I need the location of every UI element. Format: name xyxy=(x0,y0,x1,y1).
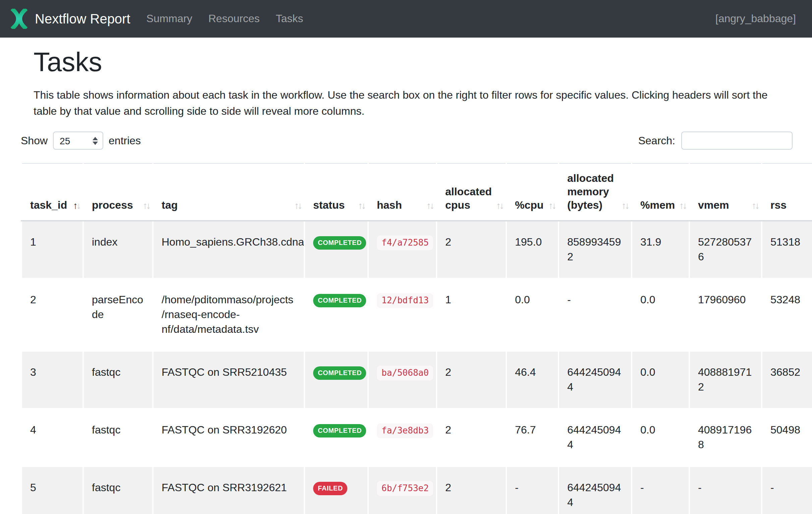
column-header-pct_cpu[interactable]: %cpu↑↓ xyxy=(506,163,558,221)
cell-pct_mem: 31.9 xyxy=(632,221,689,278)
entries-label: entries xyxy=(109,135,141,146)
column-header-tag[interactable]: tag↑↓ xyxy=(153,163,304,221)
column-label: task_id xyxy=(30,199,67,211)
cell-pct_cpu: - xyxy=(506,466,558,514)
column-label: allocated cpus xyxy=(445,186,492,211)
cell-rss: 51318 xyxy=(762,221,812,278)
cell-tag: FASTQC on SRR3192621 xyxy=(153,466,304,514)
column-label: allocated memory (bytes) xyxy=(567,172,614,211)
show-label: Show xyxy=(21,135,48,146)
column-header-allocated_cpus[interactable]: allocated cpus↑↓ xyxy=(436,163,506,221)
column-label: rss xyxy=(771,199,786,211)
cell-pct_cpu: 0.0 xyxy=(506,278,558,351)
cell-allocated_cpus: 1 xyxy=(436,278,506,351)
column-header-vmem[interactable]: vmem↑↓ xyxy=(689,163,762,221)
cell-allocated_memory_bytes: 8589934592 xyxy=(558,221,632,278)
search-label: Search: xyxy=(638,135,675,146)
cell-process: index xyxy=(83,221,153,278)
entries-length-control: Show 25 entries xyxy=(21,132,141,150)
cell-task_id: 3 xyxy=(22,351,83,409)
cell-rss: 36852 xyxy=(762,351,812,409)
nav-link-summary[interactable]: Summary xyxy=(139,13,201,25)
status-badge: COMPLETED xyxy=(313,294,367,307)
nextflow-report-page: Nextflow Report Summary Resources Tasks … xyxy=(0,0,812,514)
sort-icon: ↑↓ xyxy=(549,199,555,212)
cell-status: FAILED xyxy=(304,466,368,514)
table-row: 5fastqcFASTQC on SRR3192621FAILED6b/f753… xyxy=(22,466,812,514)
table-row: 1indexHomo_sapiens.GRCh38.cdna.all.fa.gz… xyxy=(22,221,812,278)
cell-hash: ba/5068a0 xyxy=(368,351,436,409)
cell-status: COMPLETED xyxy=(304,409,368,466)
column-header-process[interactable]: process↑↓ xyxy=(83,163,153,221)
status-badge: COMPLETED xyxy=(313,424,367,437)
cell-allocated_memory_bytes: 6442450944 xyxy=(558,409,632,466)
sort-icon: ↑↓ xyxy=(679,199,686,212)
column-header-pct_mem[interactable]: %mem↑↓ xyxy=(632,163,689,221)
column-header-status[interactable]: status↑↓ xyxy=(304,163,368,221)
cell-vmem: 17960960 xyxy=(689,278,762,351)
status-badge: COMPLETED xyxy=(313,236,367,250)
cell-process: fastqc xyxy=(83,351,153,409)
sort-icon: ↑↓ xyxy=(143,199,149,212)
cell-status: COMPLETED xyxy=(304,278,368,351)
cell-allocated_memory_bytes: 6442450944 xyxy=(558,466,632,514)
sort-icon: ↑↓ xyxy=(427,199,433,212)
column-label: vmem xyxy=(698,199,729,211)
cell-allocated_memory_bytes: - xyxy=(558,278,632,351)
cell-tag: FASTQC on SRR3192620 xyxy=(153,409,304,466)
cell-allocated_cpus: 2 xyxy=(436,466,506,514)
sort-icon: ↑↓ xyxy=(294,199,301,212)
cell-tag: FASTQC on SRR5210435 xyxy=(153,351,304,409)
cell-allocated_cpus: 2 xyxy=(436,221,506,278)
nav-links: Summary Resources Tasks xyxy=(139,13,312,25)
cell-pct_cpu: 76.7 xyxy=(506,409,558,466)
table-row: 4fastqcFASTQC on SRR3192620COMPLETEDfa/3… xyxy=(22,409,812,466)
cell-process: fastqc xyxy=(83,466,153,514)
task-hash: 12/bdfd13 xyxy=(377,293,434,308)
cell-rss: 53248 xyxy=(762,278,812,351)
entries-select-value: 25 xyxy=(54,135,70,146)
nav-link-resources[interactable]: Resources xyxy=(200,13,267,25)
column-header-rss[interactable]: rss↑↓ xyxy=(762,163,812,221)
nav-link-tasks[interactable]: Tasks xyxy=(267,13,311,25)
navbar-brand[interactable]: Nextflow Report xyxy=(10,9,130,29)
column-label: hash xyxy=(377,199,402,211)
tasks-table-wrapper[interactable]: task_id↑↓process↑↓tag↑↓status↑↓hash↑↓all… xyxy=(21,163,812,514)
cell-task_id: 2 xyxy=(22,278,83,351)
table-row: 3fastqcFASTQC on SRR5210435COMPLETEDba/5… xyxy=(22,351,812,409)
cell-status: COMPLETED xyxy=(304,221,368,278)
column-header-hash[interactable]: hash↑↓ xyxy=(368,163,436,221)
cell-hash: 12/bdfd13 xyxy=(368,278,436,351)
column-header-task_id[interactable]: task_id↑↓ xyxy=(22,163,83,221)
brand-title: Nextflow Report xyxy=(35,11,130,27)
table-row: 2parseEncode/home/pditommaso/projects/rn… xyxy=(22,278,812,351)
column-label: %mem xyxy=(640,199,675,211)
page-description: This table shows information about each … xyxy=(33,87,786,119)
search-input[interactable] xyxy=(681,132,792,150)
column-header-allocated_memory_bytes[interactable]: allocated memory (bytes)↑↓ xyxy=(558,163,632,221)
sort-icon: ↑↓ xyxy=(496,199,503,212)
tasks-table: task_id↑↓process↑↓tag↑↓status↑↓hash↑↓all… xyxy=(21,163,812,514)
cell-vmem: 4089171968 xyxy=(689,409,762,466)
task-hash: ba/5068a0 xyxy=(377,366,434,380)
status-badge: FAILED xyxy=(313,482,348,495)
column-label: status xyxy=(313,199,345,211)
entries-select[interactable]: 25 xyxy=(53,132,103,150)
cell-hash: 6b/f753e2 xyxy=(368,466,436,514)
column-label: %cpu xyxy=(515,199,544,211)
cell-process: parseEncode xyxy=(83,278,153,351)
task-hash: fa/3e8db3 xyxy=(377,424,434,438)
page-title: Tasks xyxy=(33,46,812,78)
cell-hash: f4/a72585 xyxy=(368,221,436,278)
select-caret-icon xyxy=(92,137,98,144)
table-header-row: task_id↑↓process↑↓tag↑↓status↑↓hash↑↓all… xyxy=(22,163,812,221)
task-hash: 6b/f753e2 xyxy=(377,481,434,496)
cell-rss: 50498 xyxy=(762,409,812,466)
cell-allocated_cpus: 2 xyxy=(436,351,506,409)
cell-task_id: 1 xyxy=(22,221,83,278)
cell-vmem: 4088819712 xyxy=(689,351,762,409)
cell-tag: Homo_sapiens.GRCh38.cdna.all.fa.gz xyxy=(153,221,304,278)
cell-task_id: 4 xyxy=(22,409,83,466)
search-control: Search: xyxy=(638,132,792,150)
status-badge: COMPLETED xyxy=(313,367,367,380)
